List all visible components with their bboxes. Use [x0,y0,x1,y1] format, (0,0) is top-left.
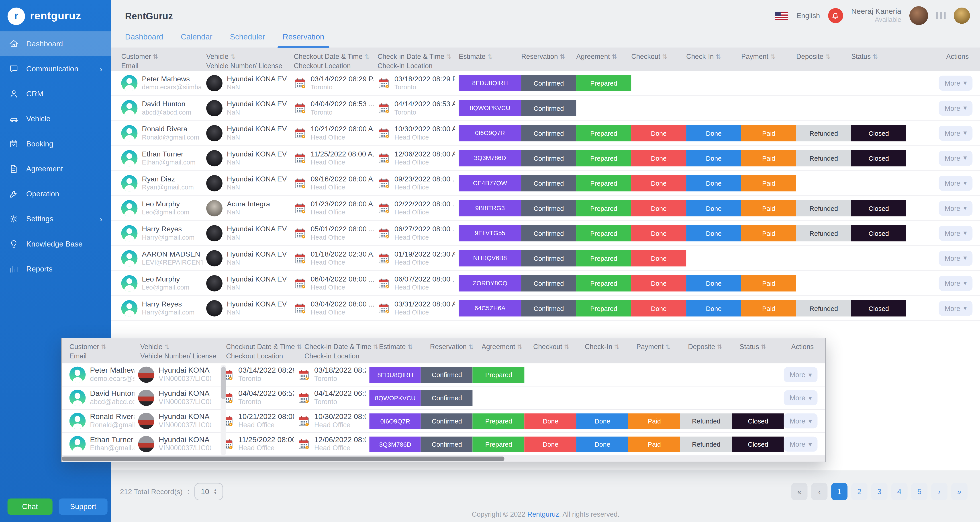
column-header-deposite[interactable]: Deposite⇅ [688,342,740,351]
more-button[interactable]: More▾ [784,437,818,452]
brand-logo-icon: r [8,8,25,25]
more-button[interactable]: More▾ [939,150,972,165]
secondary-avatar[interactable] [954,8,970,24]
sidebar-item-settings[interactable]: Settings› [0,206,111,231]
more-button[interactable]: More▾ [939,100,972,115]
sidebar-item-knowledge-base[interactable]: Knowledge Base [0,231,111,256]
horizontal-scrollbar-thumb[interactable] [62,457,504,461]
tab-dashboard[interactable]: Dashboard [125,32,163,48]
column-header-status[interactable]: Status⇅ [740,342,791,351]
brand-logo[interactable]: r rentguruz [0,0,111,31]
more-button[interactable]: More▾ [939,75,972,90]
more-button[interactable]: More▾ [939,300,972,315]
sort-icon: ⇅ [364,53,370,60]
column-header-checkout[interactable]: Checkout⇅ [533,342,585,351]
sidebar-item-agreement[interactable]: Agreement [0,156,111,182]
status-badge-paid: Paid [741,125,796,141]
column-header-agreement[interactable]: Agreement⇅ [482,342,533,351]
stage-slot-confirmed: Confirmed [421,390,473,405]
sidebar-item-communication[interactable]: Communication› [0,56,111,81]
stage-slot-done_checkout [631,100,686,116]
column-header-customer[interactable]: Customer⇅Email [121,52,206,71]
pagination-page-4[interactable]: 4 [891,483,908,500]
footer-brand-link[interactable]: Rentguruz [527,511,559,518]
column-header-payment[interactable]: Payment⇅ [741,52,796,61]
pagination-first-button[interactable]: « [791,483,808,500]
sort-icon: ⇅ [761,343,767,350]
column-header-label: Payment⇅ [636,342,688,351]
stage-slot-confirmed: Confirmed [521,100,576,116]
column-header-check-in-date-time[interactable]: Check-in Date & Time⇅Check-in Location [377,52,459,71]
sort-icon: ⇅ [662,53,668,60]
vehicle-name: Hyundai KONA EV [159,413,212,421]
pagination-last-button[interactable]: » [951,483,967,500]
language-selector[interactable]: English [797,12,820,19]
vehicle-thumbnail [138,366,154,383]
stage-slot-done_checkin: Done [576,413,628,429]
column-header-check-in-date-time[interactable]: Check-in Date & Time⇅Check-in Location [304,342,379,361]
page-size-select[interactable]: 10 ▲▼ [195,483,223,500]
pagination-prev-button[interactable]: ‹ [811,483,827,500]
more-button[interactable]: More▾ [939,225,972,241]
tab-scheduler[interactable]: Scheduler [230,32,265,48]
tab-calendar[interactable]: Calendar [181,32,212,48]
column-header-agreement[interactable]: Agreement⇅ [576,52,631,61]
checkin-location: Toronto [314,398,366,406]
pagination-page-3[interactable]: 3 [871,483,888,500]
sort-icon: ⇅ [297,343,302,350]
more-button[interactable]: More▾ [939,176,972,190]
column-header-vehicle[interactable]: Vehicle⇅Vehicle Number/ License [140,342,220,361]
column-header-actions: Actions [791,342,825,351]
pagination-page-2[interactable]: 2 [851,483,867,500]
column-header-sublabel: Email [121,61,206,71]
more-button[interactable]: More▾ [784,390,818,405]
more-button[interactable]: More▾ [939,251,972,265]
support-button[interactable]: Support [59,498,108,515]
column-header-status[interactable]: Status⇅ [851,52,906,61]
column-header-check-in[interactable]: Check-In⇅ [686,52,741,61]
sidebar-item-booking[interactable]: Booking [0,131,111,156]
column-header-estimate[interactable]: Estimate⇅ [459,52,522,61]
column-header-estimate[interactable]: Estimate⇅ [379,342,430,351]
checkout-date: 10/21/2022 08:00 A... [311,125,374,133]
pagination-page-5[interactable]: 5 [911,483,928,500]
more-button-label: More [945,154,960,162]
sidebar-item-reports[interactable]: Reports [0,257,111,281]
column-header-payment[interactable]: Payment⇅ [636,342,688,351]
column-header-checkout-date-time[interactable]: Checkout Date & Time⇅Checkout Location [226,342,304,361]
more-button[interactable]: More▾ [784,413,818,428]
user-avatar[interactable] [909,6,928,25]
more-button[interactable]: More▾ [939,276,972,291]
column-header-reservation[interactable]: Reservation⇅ [521,52,576,61]
customer-cell: Peter Mathewsdemo.ecars@siimba... [69,366,138,383]
notification-icon[interactable] [828,8,843,23]
status-badge-done_checkout: Done [631,300,686,316]
vertical-scrollbar[interactable] [221,365,226,455]
column-header-customer[interactable]: Customer⇅Email [69,342,140,361]
horizontal-scrollbar[interactable] [62,456,825,461]
pagination-page-1[interactable]: 1 [831,483,848,500]
vertical-scrollbar-thumb[interactable] [221,366,226,399]
sidebar-item-vehicle[interactable]: Vehicle [0,106,111,131]
status-badge-done_checkout: Done [631,250,686,266]
column-header-checkout[interactable]: Checkout⇅ [631,52,686,61]
chat-button[interactable]: Chat [8,498,52,515]
checkin-date: 06/27/2022 08:00 ... [395,225,455,233]
column-header-reservation[interactable]: Reservation⇅ [430,342,482,351]
checkin-text: 04/14/2022 06:53 A...Toronto [395,100,455,116]
pagination-next-button[interactable]: › [931,483,948,500]
tab-reservation[interactable]: Reservation [283,32,324,48]
sidebar-item-crm[interactable]: CRM [0,81,111,106]
column-header-check-in[interactable]: Check-In⇅ [585,342,636,351]
column-header-vehicle[interactable]: Vehicle⇅Vehicle Number/ License [206,52,294,71]
customer-email: demo.ecars@siimba... [90,375,134,383]
sidebar-item-dashboard[interactable]: Dashboard [0,31,111,56]
more-button[interactable]: More▾ [939,200,972,215]
column-header-checkout-date-time[interactable]: Checkout Date & Time⇅Checkout Location [294,52,377,71]
more-button[interactable]: More▾ [784,367,818,382]
more-button[interactable]: More▾ [939,126,972,140]
sidebar-item-operation[interactable]: Operation [0,182,111,206]
stage-slot-refunded: Refunded [796,200,851,216]
column-settings-icon[interactable] [936,12,946,19]
column-header-deposite[interactable]: Deposite⇅ [796,52,851,61]
